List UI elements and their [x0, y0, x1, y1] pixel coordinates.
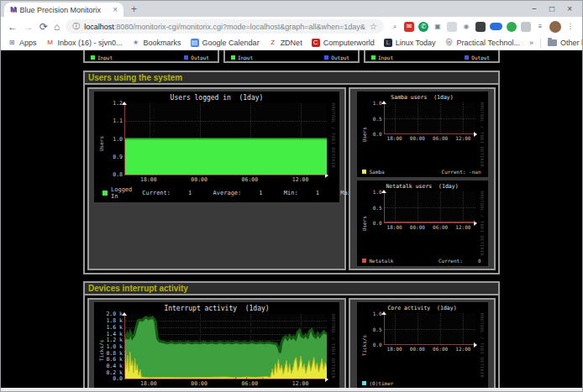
y-tick-label: 0.9 — [113, 154, 123, 160]
legend-input: Input — [371, 55, 393, 60]
legend-label: Samba — [370, 169, 385, 175]
extension-icon-blue[interactable] — [490, 23, 502, 30]
extension-icon-eye[interactable]: ◉ — [461, 22, 471, 32]
page-content: InputOutputInputOutputInputOutput Users … — [1, 50, 582, 388]
bookmark-item[interactable]: ★Bookmarks — [132, 39, 181, 47]
legend-output: Output — [184, 55, 209, 60]
y-tick-label: 0.0 — [373, 342, 382, 348]
bookmark-item[interactable]: ⊞Apps — [8, 39, 37, 47]
maximize-button[interactable]: □ — [549, 4, 554, 13]
partial-network-graph[interactable]: InputOutput — [223, 50, 360, 63]
search-icon[interactable]: ⌕ — [390, 22, 400, 32]
x-tick-label: 12:00 — [455, 224, 470, 230]
section-header-users: Users using the system — [85, 72, 498, 85]
new-tab-button[interactable]: + — [131, 4, 137, 14]
bookmark-item[interactable]: ▤Google Calendar — [191, 39, 260, 47]
bookmark-item[interactable]: ZZDNet — [269, 39, 302, 47]
browser-menu-icon[interactable]: ⋮ — [565, 22, 575, 32]
page-info-icon[interactable]: ⓘ — [72, 21, 80, 32]
monitorix-favicon: M — [10, 6, 17, 13]
x-tick-label: 06:00 — [242, 176, 259, 183]
bookmarks-items: ⊞AppsMInbox (16) - sjvn0...★Bookmarks▤Go… — [8, 39, 520, 47]
x-tick-label: 00:00 — [410, 135, 425, 141]
interrupt-graph-cell: Interrupt activity (1day) Ticks/s 2.0 k1… — [87, 298, 346, 388]
extension-icon-dark[interactable] — [475, 22, 486, 32]
x-tick-label: 12:00 — [455, 135, 470, 141]
graph-title: Users logged in (1day) — [97, 94, 336, 102]
wordpress-icon: Ⓦ — [445, 39, 454, 47]
x-tick-label: 06:00 — [433, 346, 448, 352]
graph-netatalk-users[interactable]: Netatalk users (1day) Users 1.00.50.0 18… — [357, 180, 488, 266]
y-tick-label: 1.0 — [373, 189, 382, 195]
tab-close-icon[interactable]: × — [113, 6, 118, 14]
x-tick-label: 12:00 — [292, 380, 309, 387]
browser-window: M Blue Precision Monitorix × + − □ × ← →… — [0, 0, 583, 392]
rrdtool-watermark: RRDTOOL / TOBI OETIKER — [329, 103, 336, 183]
graph-core-activity[interactable]: Core activity (1day) Ticks/s 1.00.50.0 1… — [357, 302, 488, 388]
toolbar-extensions: ⌕✉✆▣◉≡⋮ — [390, 21, 575, 33]
bookmark-item[interactable]: LLinux Today — [384, 39, 436, 47]
bookmark-label: Linux Today — [396, 39, 436, 47]
mail-extension-icon[interactable]: ✉ — [404, 22, 414, 32]
x-tick-label: 06:00 — [433, 135, 448, 141]
users-side-cell: Samba users (1day) Users 1.00.50.0 18:00… — [349, 87, 496, 270]
apps-grid-icon: ⊞ — [8, 39, 16, 47]
google-calendar-icon: ▤ — [191, 39, 199, 47]
forward-button[interactable]: → — [24, 22, 34, 32]
x-tick-label: 18:00 — [387, 224, 402, 230]
bookmark-label: Practical Technol... — [457, 39, 520, 47]
x-tick-label: 18:00 — [140, 380, 157, 387]
home-button[interactable]: ⌂ — [54, 22, 60, 32]
minimize-button[interactable]: − — [532, 4, 537, 13]
x-tick-label: 00:00 — [410, 346, 425, 352]
graph-interrupt-activity[interactable]: Interrupt activity (1day) Ticks/s 2.0 k1… — [94, 302, 339, 388]
window-close-button[interactable]: × — [567, 4, 572, 13]
extensions-puzzle-icon[interactable] — [521, 22, 531, 32]
y-tick-label: 0.5 — [373, 204, 382, 210]
zdnet-icon: Z — [269, 39, 277, 47]
legend-output: Output — [324, 55, 349, 60]
url-rest: :8080/monitorix-cgi/monitorix.cgi?mode=l… — [114, 23, 365, 31]
y-tick-label: 0.5 — [373, 326, 382, 332]
partial-network-graph[interactable]: InputOutput — [83, 50, 219, 63]
graph-samba-users[interactable]: Samba users (1day) Users 1.00.50.0 18:00… — [357, 91, 488, 177]
bookmark-label: Computerworld — [323, 39, 375, 47]
y-axis-label: Users — [360, 102, 368, 167]
extension-icon-green[interactable] — [507, 22, 517, 32]
bookmark-star-icon[interactable]: ☆ — [370, 22, 377, 31]
browser-tab[interactable]: M Blue Precision Monitorix × — [4, 3, 123, 17]
legend-label: Netatalk — [370, 258, 394, 264]
y-tick-label: 0.0 — [373, 220, 382, 226]
section-users: Users using the system Users logged in (… — [83, 71, 500, 274]
graph-users-logged-in[interactable]: Users logged in (1day) Users 1.21.11.00.… — [94, 91, 339, 202]
profile-avatar[interactable] — [549, 21, 561, 33]
copy-extension-icon[interactable]: ▣ — [433, 22, 443, 32]
partial-network-graph[interactable]: InputOutput — [364, 50, 500, 63]
star-icon: ★ — [132, 39, 140, 47]
extension-icon-light[interactable] — [447, 22, 457, 32]
graph-legend: Netatalk Current: 0 — [360, 258, 485, 264]
gmail-icon: M — [46, 39, 55, 47]
y-axis-label: Users — [97, 103, 105, 183]
bookmarks-overflow-icon[interactable]: » — [529, 39, 533, 47]
tab-title: Blue Precision Monitorix — [20, 6, 110, 14]
legend-current: Current: -nan — [442, 169, 485, 175]
legend-swatch — [102, 191, 108, 196]
voice-extension-icon[interactable]: ✆ — [418, 22, 428, 32]
y-tick-label: 1.0 — [373, 100, 382, 106]
y-axis-label: Ticks/s — [360, 313, 368, 378]
bookmarks-bar: ⊞AppsMInbox (16) - sjvn0...★Bookmarks▤Go… — [1, 36, 582, 50]
reload-button[interactable]: ⟳ — [39, 22, 48, 32]
omnibox[interactable]: ⓘ localhost:8080/monitorix-cgi/monitorix… — [66, 19, 384, 34]
other-bookmarks-button[interactable]: Other bookmarks — [548, 39, 583, 47]
bookmark-item[interactable]: ⓌPractical Technol... — [445, 39, 520, 47]
tab-list-icon[interactable]: ≡ — [535, 22, 545, 32]
x-tick-label: 12:00 — [292, 176, 309, 183]
bookmark-item[interactable]: MInbox (16) - sjvn0... — [46, 39, 123, 47]
window-bottom-strip — [1, 388, 582, 391]
y-tick-label: 0.8 — [113, 171, 123, 178]
x-tick-label: 06:00 — [433, 224, 448, 230]
bookmark-item[interactable]: CComputerworld — [312, 39, 375, 47]
section-interrupts: Devices interrupt activity Interrupt act… — [83, 281, 500, 388]
back-button[interactable]: ← — [8, 22, 18, 32]
